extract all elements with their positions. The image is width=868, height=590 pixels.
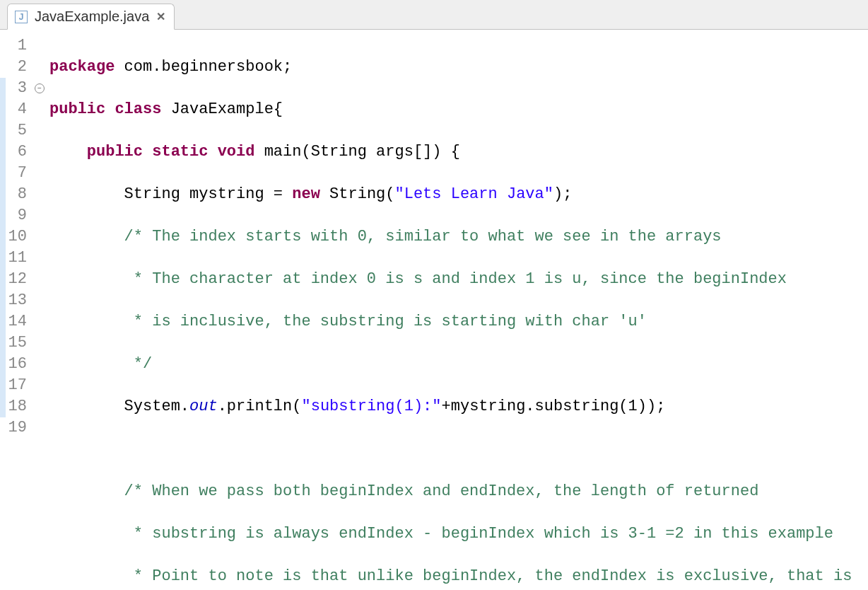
editor-tab-title: JavaExample.java xyxy=(35,8,149,25)
editor-tab-javaexample[interactable]: J JavaExample.java ✕ xyxy=(7,4,175,30)
code-area[interactable]: package com.beginnersbook; public class … xyxy=(45,30,862,590)
close-icon[interactable]: ✕ xyxy=(156,10,164,23)
editor-tab-bar: J JavaExample.java ✕ xyxy=(0,0,868,30)
fold-margin: − xyxy=(34,30,45,590)
java-file-icon: J xyxy=(15,11,28,23)
fold-collapse-icon[interactable]: − xyxy=(35,83,45,93)
marker-bar xyxy=(0,30,6,590)
line-number-gutter: 1 2 3 4 5 6 7 8 9 10 11 12 13 14 15 16 1… xyxy=(6,30,34,590)
code-editor[interactable]: 1 2 3 4 5 6 7 8 9 10 11 12 13 14 15 16 1… xyxy=(0,30,868,590)
